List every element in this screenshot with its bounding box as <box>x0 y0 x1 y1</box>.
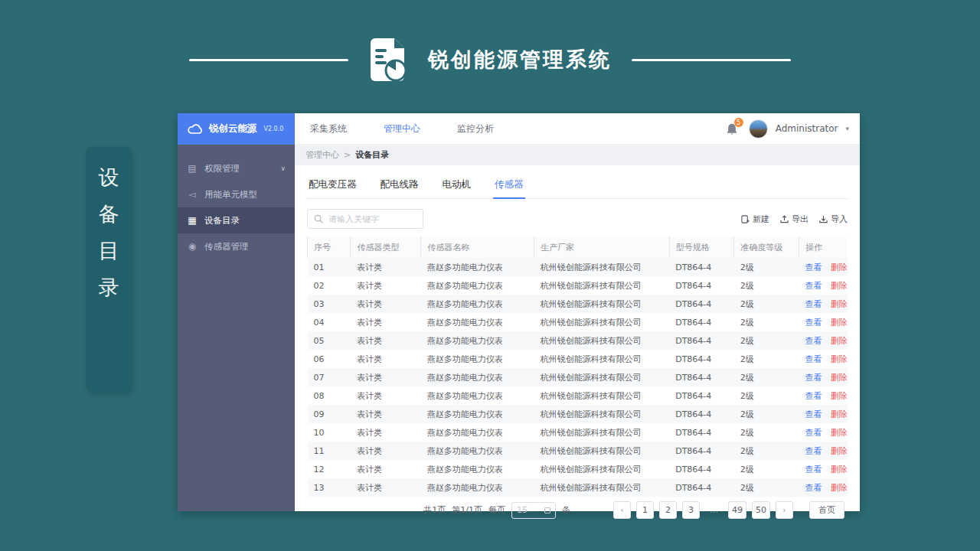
prev-page-button[interactable]: ‹ <box>613 501 631 519</box>
next-page-button[interactable]: › <box>776 501 793 519</box>
view-link[interactable]: 查看 <box>805 354 822 364</box>
view-link[interactable]: 查看 <box>805 391 822 401</box>
per-page-label: 每页 <box>488 504 505 516</box>
cell-sensor-type: 表计类 <box>351 405 421 423</box>
page-number-button[interactable]: 49 <box>728 501 746 519</box>
view-link[interactable]: 查看 <box>805 409 822 419</box>
cell-accuracy: 2级 <box>734 423 799 442</box>
page-number-button[interactable]: … <box>705 501 723 519</box>
cell-operations: 查看 删除 <box>799 258 848 276</box>
page-number-button[interactable]: 2 <box>659 501 677 519</box>
sidebar-item-icon: ◅ <box>187 189 198 200</box>
table-row: 02 表计类 燕赵多功能电力仪表 杭州锐创能源科技有限公司 DT864-4 2级… <box>308 276 848 295</box>
sidebar-menu-item[interactable]: ▤ 权限管理 ∨ <box>178 155 295 181</box>
cell-serial: 07 <box>308 368 351 386</box>
first-page-button[interactable]: 首页 <box>809 501 844 519</box>
delete-link[interactable]: 删除 <box>831 281 848 291</box>
view-link[interactable]: 查看 <box>805 281 822 291</box>
view-link[interactable]: 查看 <box>805 318 822 328</box>
new-button-label: 新建 <box>753 214 769 225</box>
cell-serial: 13 <box>308 478 351 497</box>
cell-serial: 11 <box>308 442 351 460</box>
cell-model: DT864-4 <box>669 423 734 442</box>
cell-manufacturer: 杭州锐创能源科技有限公司 <box>534 405 669 423</box>
new-item-icon <box>741 215 750 223</box>
table-body: 01 表计类 燕赵多功能电力仪表 杭州锐创能源科技有限公司 DT864-4 2级… <box>308 258 848 497</box>
cell-operations: 查看 删除 <box>799 423 848 442</box>
view-link[interactable]: 查看 <box>805 428 822 438</box>
view-link[interactable]: 查看 <box>805 465 822 474</box>
sidebar-item-icon: ◉ <box>187 241 198 252</box>
delete-link[interactable]: 删除 <box>831 391 848 401</box>
cell-serial: 05 <box>308 331 351 350</box>
top-nav-item[interactable]: 管理中心 <box>384 122 420 135</box>
breadcrumb-parent[interactable]: 管理中心 <box>305 149 339 161</box>
report-chart-icon <box>368 37 408 82</box>
cell-accuracy: 2级 <box>734 386 799 405</box>
view-link[interactable]: 查看 <box>805 373 822 383</box>
delete-link[interactable]: 删除 <box>831 336 848 346</box>
view-link[interactable]: 查看 <box>805 262 822 272</box>
cell-operations: 查看 删除 <box>799 460 848 478</box>
view-link[interactable]: 查看 <box>805 336 822 346</box>
page-title: 锐创能源管理系统 <box>428 46 612 73</box>
cell-sensor-name: 燕赵多功能电力仪表 <box>421 313 534 331</box>
user-avatar[interactable] <box>749 119 768 139</box>
cell-manufacturer: 杭州锐创能源科技有限公司 <box>534 423 669 442</box>
search-input[interactable] <box>328 214 416 224</box>
content-area: 配电变压器 配电线路 电动机 传感器 <box>295 165 860 511</box>
top-nav-item[interactable]: 监控分析 <box>457 122 494 135</box>
view-link[interactable]: 查看 <box>805 446 822 456</box>
delete-link[interactable]: 删除 <box>831 354 848 364</box>
table-column-header: 准确度等级 <box>734 236 799 258</box>
pagination: 共1页 第1/1页 每页 15 条 ‹ 1 <box>307 501 848 519</box>
cell-sensor-name: 燕赵多功能电力仪表 <box>421 478 534 497</box>
sidebar-menu-item[interactable]: ◅ 用能单元模型 ∨ <box>178 181 295 207</box>
delete-link[interactable]: 删除 <box>831 465 848 474</box>
export-button[interactable]: 导出 <box>780 214 808 225</box>
page-number-button[interactable]: 1 <box>636 501 654 519</box>
cell-accuracy: 2级 <box>734 313 799 331</box>
per-page-select[interactable]: 15 <box>511 502 556 519</box>
cell-manufacturer: 杭州锐创能源科技有限公司 <box>534 368 669 386</box>
page-number-button[interactable]: 3 <box>682 501 700 519</box>
delete-link[interactable]: 删除 <box>831 318 848 328</box>
cell-manufacturer: 杭州锐创能源科技有限公司 <box>534 276 669 295</box>
user-menu-caret-icon[interactable]: ▾ <box>845 125 849 132</box>
device-tab[interactable]: 电动机 <box>441 173 473 198</box>
delete-link[interactable]: 删除 <box>831 373 848 383</box>
import-button[interactable]: 导入 <box>819 214 848 225</box>
sidebar-menu-item[interactable]: ◉ 传感器管理 ∨ <box>178 233 295 259</box>
delete-link[interactable]: 删除 <box>831 446 848 456</box>
breadcrumb: 管理中心 > 设备目录 <box>295 145 860 165</box>
delete-link[interactable]: 删除 <box>831 409 848 419</box>
notification-bell-icon[interactable]: 5 <box>726 121 741 136</box>
per-page-unit: 条 <box>562 504 570 516</box>
view-link[interactable]: 查看 <box>805 483 822 493</box>
cell-manufacturer: 杭州锐创能源科技有限公司 <box>534 442 669 460</box>
cell-operations: 查看 删除 <box>799 350 848 368</box>
device-tab[interactable]: 传感器 <box>493 173 525 198</box>
device-tab[interactable]: 配电变压器 <box>307 173 358 198</box>
top-nav-item[interactable]: 采集系统 <box>310 122 347 135</box>
side-tab-device-catalog[interactable]: 设备目录 <box>86 147 132 392</box>
cell-sensor-type: 表计类 <box>351 386 421 405</box>
device-tab[interactable]: 配电线路 <box>379 173 420 198</box>
cell-operations: 查看 删除 <box>799 405 848 423</box>
delete-link[interactable]: 删除 <box>831 428 848 438</box>
cell-accuracy: 2级 <box>734 478 799 497</box>
table-row: 07 表计类 燕赵多功能电力仪表 杭州锐创能源科技有限公司 DT864-4 2级… <box>308 368 848 386</box>
sidebar-menu-item[interactable]: ▦ 设备目录 ∨ <box>178 207 295 233</box>
delete-link[interactable]: 删除 <box>831 483 848 493</box>
sidebar-menu: ▤ 权限管理 ∨ ◅ 用能单元模型 ∨ ▦ 设备目录 ∨ ◉ <box>178 145 295 259</box>
page-number-list: 1 2 3 … 49 50 <box>636 501 770 519</box>
view-link[interactable]: 查看 <box>805 299 822 309</box>
new-button[interactable]: 新建 <box>741 214 769 225</box>
toolbar-buttons: 新建 导出 导入 <box>741 214 848 225</box>
delete-link[interactable]: 删除 <box>831 262 848 272</box>
pagination-summary: 共1页 第1/1页 每页 15 条 <box>423 502 570 519</box>
cell-manufacturer: 杭州锐创能源科技有限公司 <box>534 313 669 331</box>
cell-sensor-name: 燕赵多功能电力仪表 <box>421 460 534 478</box>
page-number-button[interactable]: 50 <box>752 501 770 519</box>
delete-link[interactable]: 删除 <box>831 299 848 309</box>
